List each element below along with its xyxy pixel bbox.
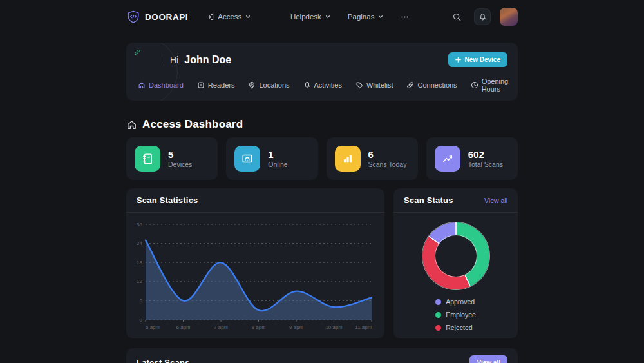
stat-card-total-scans: 602 Total Scans: [426, 137, 518, 180]
tab-dashboard[interactable]: Dashboard: [138, 81, 184, 89]
legend-label: Approved: [446, 298, 475, 306]
svg-text:9 april: 9 april: [289, 324, 303, 330]
stats-row: 5 Devices 1 Online 6 Scans Today: [126, 137, 518, 180]
scan-status-view-all-link[interactable]: View all: [484, 197, 507, 204]
scan-status-legend: Approved Employee Rejected: [435, 298, 476, 331]
welcome-card: Hi John Doe New Device Dashboard: [126, 43, 518, 101]
tab-label: Connections: [417, 81, 457, 89]
stat-label: Devices: [168, 161, 192, 168]
legend-dot: [435, 299, 441, 305]
link-icon: [406, 81, 414, 89]
tab-label: Locations: [259, 81, 289, 89]
legend-label: Employee: [446, 311, 476, 319]
nav-item-access[interactable]: Access: [206, 13, 251, 21]
stat-card-scans-today: 6 Scans Today: [327, 137, 418, 180]
scan-status-donut: [422, 222, 489, 289]
stat-value: 602: [468, 149, 503, 161]
svg-text:0: 0: [140, 317, 143, 323]
tab-readers[interactable]: Readers: [197, 81, 235, 89]
scan-statistics-chart: 06121824305 april6 april7 april8 april9 …: [130, 217, 377, 337]
legend-dot: [435, 325, 441, 331]
reader-device-icon: [234, 146, 260, 172]
svg-text:11 april: 11 april: [355, 324, 372, 330]
tab-whitelist[interactable]: Whitelist: [355, 81, 393, 89]
home-icon: [138, 81, 146, 89]
more-menu-button[interactable]: [401, 13, 409, 21]
svg-text:18: 18: [137, 260, 142, 266]
trend-chart-icon: [435, 146, 460, 172]
svg-text:10 april: 10 april: [325, 324, 342, 330]
scan-statistics-card: Scan Statistics 06121824305 april6 april…: [126, 188, 384, 338]
home-icon: [126, 119, 137, 130]
nav-item-label: Paginas: [348, 13, 375, 21]
svg-text:6 april: 6 april: [176, 324, 191, 330]
user-name: John Doe: [184, 54, 231, 66]
svg-text:24: 24: [137, 240, 142, 246]
legend-item-rejected: Rejected: [435, 324, 476, 331]
bell-icon: [303, 81, 311, 89]
legend-item-employee: Employee: [435, 311, 476, 319]
stat-value: 1: [268, 149, 287, 161]
stat-card-devices: 5 Devices: [126, 137, 218, 180]
stat-label: Scans Today: [368, 161, 407, 168]
clock-icon: [471, 81, 478, 89]
scan-status-title: Scan Status: [404, 195, 453, 205]
greeting-divider: [164, 54, 164, 66]
stat-label: Total Scans: [468, 161, 503, 168]
map-pin-icon: [248, 81, 256, 89]
page-heading: Access Dashboard: [126, 118, 518, 131]
bell-icon: [478, 13, 487, 21]
greeting: Hi John Doe: [164, 54, 231, 66]
svg-text:8 april: 8 april: [252, 324, 266, 330]
nav-right-actions: [448, 8, 518, 26]
legend-item-approved: Approved: [435, 298, 476, 306]
search-icon: [452, 12, 462, 22]
nav-item-helpdesk[interactable]: Helpdesk: [290, 13, 331, 21]
legend-dot: [435, 312, 441, 318]
brand-logo[interactable]: DOORAPI: [126, 10, 188, 24]
new-device-button[interactable]: New Device: [448, 52, 507, 67]
tab-activities[interactable]: Activities: [303, 81, 342, 89]
tab-label: Readers: [208, 81, 235, 89]
tag-icon: [355, 81, 363, 89]
tab-locations[interactable]: Locations: [248, 81, 289, 89]
tab-opening-hours[interactable]: Opening Hours: [471, 77, 509, 93]
svg-text:12: 12: [137, 279, 142, 284]
nav-center-menu: Helpdesk Paginas: [290, 13, 410, 21]
tab-connections[interactable]: Connections: [406, 81, 457, 89]
reader-icon: [197, 81, 205, 89]
top-navbar: DOORAPI Access Helpdesk Paginas: [0, 0, 644, 34]
page-title: Access Dashboard: [142, 118, 243, 131]
tab-label: Opening Hours: [482, 77, 509, 93]
scan-status-card: Scan Status View all Approved Employee R…: [393, 188, 518, 338]
bar-chart-icon: [335, 146, 361, 172]
search-button[interactable]: [448, 8, 465, 25]
stat-label: Online: [268, 161, 287, 168]
donut-hole: [435, 235, 477, 277]
stat-value: 5: [168, 149, 192, 161]
scan-statistics-title: Scan Statistics: [137, 195, 198, 205]
stat-card-online: 1 Online: [226, 137, 317, 180]
pencil-icon: [134, 48, 141, 55]
greeting-prefix: Hi: [170, 55, 178, 65]
tab-label: Dashboard: [149, 81, 184, 89]
user-avatar[interactable]: [500, 8, 518, 26]
nav-item-paginas[interactable]: Paginas: [348, 13, 384, 21]
svg-text:6: 6: [140, 298, 143, 304]
stat-value: 6: [368, 149, 407, 161]
latest-scans-title: Latest Scans: [137, 358, 190, 363]
svg-text:5 april: 5 april: [146, 324, 160, 330]
svg-text:30: 30: [137, 222, 142, 228]
shield-logo-icon: [126, 10, 140, 24]
login-icon: [206, 13, 214, 21]
plus-icon: [455, 57, 461, 63]
tab-label: Activities: [314, 81, 342, 89]
nav-item-label: Helpdesk: [290, 13, 321, 21]
ellipsis-icon: [401, 13, 409, 21]
tab-label: Whitelist: [366, 81, 393, 89]
latest-scans-view-all-button[interactable]: View all: [469, 355, 507, 363]
chevron-down-icon: [377, 14, 384, 20]
brand-name: DOORAPI: [145, 12, 188, 22]
new-device-label: New Device: [464, 56, 500, 63]
notifications-button[interactable]: [474, 8, 491, 25]
